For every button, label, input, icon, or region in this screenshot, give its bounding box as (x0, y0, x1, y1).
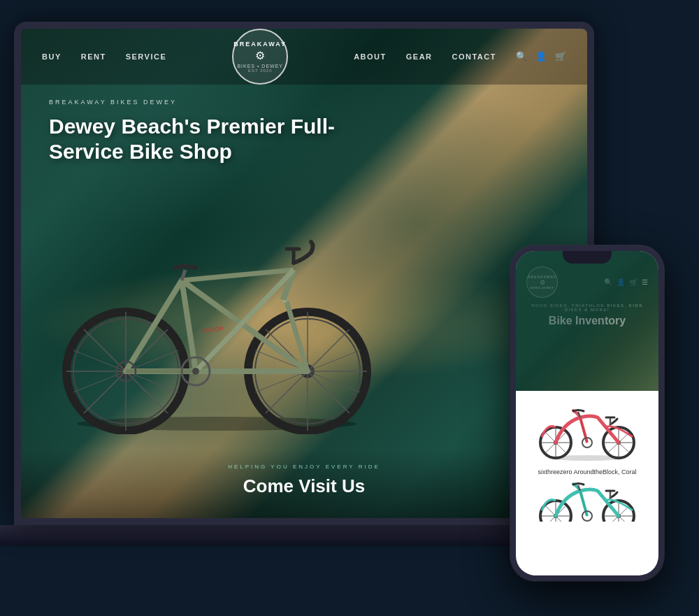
logo-est: EST 2020 (248, 69, 273, 73)
hero-content: BREAKAWAY BIKES DEWEY Dewey Beach's Prem… (21, 85, 587, 178)
logo-brand: BREAKAWAY (233, 41, 287, 48)
svg-line-24 (182, 270, 294, 280)
phone-screen: BREAKAWAY ⚙ BIKES-DEWEY 🔍 👤 🛒 ☰ ROAD BI (516, 251, 658, 575)
nav-left: BUY RENT SERVICE (42, 52, 166, 61)
account-icon[interactable]: 👤 (535, 51, 547, 62)
hero-title: Dewey Beach's Premier Full-Service Bike … (49, 114, 343, 164)
laptop-screen: BUY RENT SERVICE BREAKAWAY ⚙ BIKES • DEW… (14, 22, 594, 525)
nav-utilities: 🔍 👤 🛒 (516, 51, 566, 62)
phone-notch (563, 251, 612, 264)
phone: BREAKAWAY ⚙ BIKES-DEWEY 🔍 👤 🛒 ☰ ROAD BI (510, 245, 664, 581)
nav-contact[interactable]: CONTACT (452, 52, 496, 61)
product-item-2[interactable] (523, 480, 651, 522)
cta-title: Come Visit Us (49, 475, 559, 497)
svg-text:ARGON: ARGON (202, 324, 224, 334)
laptop: BUY RENT SERVICE BREAKAWAY ⚙ BIKES • DEW… (14, 22, 594, 574)
search-icon[interactable]: 🔍 (516, 51, 527, 62)
nav-service[interactable]: SERVICE (126, 52, 167, 61)
tagline: HELPING YOU ENJOY EVERY RIDE (49, 464, 559, 470)
scene: BUY RENT SERVICE BREAKAWAY ⚙ BIKES • DEW… (14, 22, 685, 595)
website: BUY RENT SERVICE BREAKAWAY ⚙ BIKES • DEW… (21, 29, 587, 518)
logo[interactable]: BREAKAWAY ⚙ BIKES • DEWEY EST 2020 (232, 29, 288, 85)
phone-outer: BREAKAWAY ⚙ BIKES-DEWEY 🔍 👤 🛒 ☰ ROAD BI (510, 245, 664, 581)
hero-bottom: HELPING YOU ENJOY EVERY RIDE Come Visit … (21, 450, 587, 518)
logo-sub: BIKES • DEWEY (237, 64, 283, 69)
nav-gear[interactable]: GEAR (406, 52, 433, 61)
bike-image: ARGON (35, 210, 398, 434)
cart-icon[interactable]: 🛒 (555, 51, 566, 62)
phone-content: sixthreezero AroundtheBlock, Coral (516, 391, 658, 529)
nav-about[interactable]: ABOUT (354, 52, 387, 61)
bike-icon: ⚙ (255, 49, 265, 62)
nav-buy[interactable]: BUY (42, 52, 62, 61)
phone-hero: BREAKAWAY ⚙ BIKES-DEWEY 🔍 👤 🛒 ☰ ROAD BI (516, 251, 658, 391)
svg-point-30 (192, 368, 199, 375)
navigation: BUY RENT SERVICE BREAKAWAY ⚙ BIKES • DEW… (21, 29, 587, 85)
product-name-1: sixthreezero AroundtheBlock, Coral (523, 468, 651, 475)
product-item-1[interactable]: sixthreezero AroundtheBlock, Coral (523, 398, 651, 480)
product-bike-coral (535, 402, 640, 461)
nav-rent[interactable]: RENT (81, 52, 106, 61)
nav-right: ABOUT GEAR CONTACT 🔍 👤 🛒 (354, 51, 566, 62)
hero-subtitle: BREAKAWAY BIKES DEWEY (49, 99, 559, 106)
product-bike-teal (535, 480, 640, 522)
